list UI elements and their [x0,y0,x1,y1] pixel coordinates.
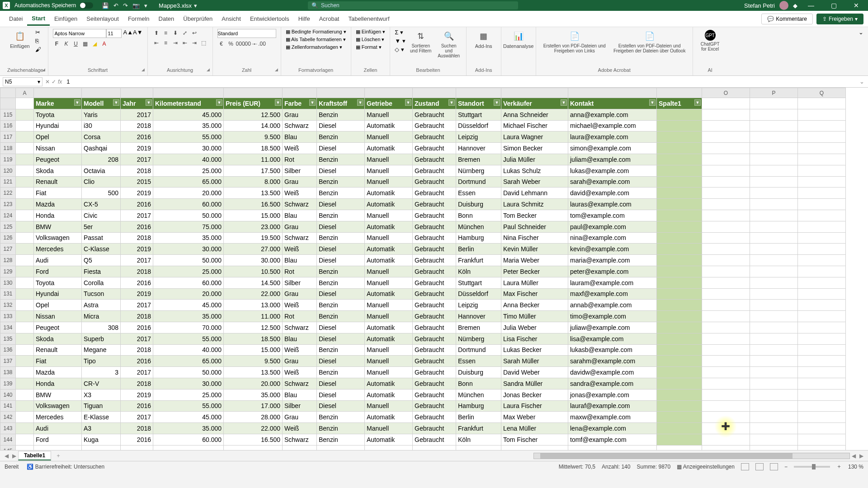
cell[interactable] [798,434,846,445]
cell[interactable]: 2017 [121,210,153,221]
cell[interactable]: 30.000 [153,244,224,255]
cell[interactable]: juliam@example.com [568,154,657,165]
cell[interactable]: 15.000 [224,210,283,221]
maximize-button[interactable]: ▢ [825,2,843,9]
fill-icon[interactable]: ▼ ▾ [395,38,405,44]
italic-button[interactable]: K [62,40,71,48]
cell[interactable]: Anna Schneider [501,109,568,120]
cell[interactable]: Gebraucht [413,311,456,322]
cell[interactable]: 30.000 [153,143,224,154]
cell[interactable] [657,333,702,344]
cell[interactable]: Diesel [317,322,365,333]
row-header[interactable]: 128 [0,255,16,266]
cell[interactable]: 13.000 [224,300,283,311]
filter-icon[interactable]: ▼ [275,99,281,106]
save-icon[interactable]: 💾 [102,2,109,9]
cell[interactable]: 35.000 [153,232,224,244]
cell[interactable]: 2018 [121,311,153,322]
cell[interactable] [657,210,702,221]
row-header[interactable]: 137 [0,356,16,367]
row-header[interactable]: 133 [0,311,16,322]
filter-icon[interactable]: ▼ [448,99,455,106]
cell[interactable]: Corsa [82,131,121,143]
cell[interactable] [657,165,702,176]
decrease-font-icon[interactable]: A▼ [133,29,143,38]
cell[interactable]: Rot [283,266,317,277]
cell[interactable]: Q5 [82,255,121,266]
border-button[interactable]: ▦ [81,40,90,48]
expand-formula-icon[interactable]: ⌄ [856,78,868,85]
cell[interactable]: tomf@example.com [568,434,657,445]
cell[interactable]: München [456,221,501,232]
cell[interactable] [16,356,34,367]
formula-input[interactable] [65,77,856,86]
cell[interactable]: Grau [283,176,317,188]
cell[interactable] [16,165,34,176]
cell[interactable] [750,389,798,400]
cell[interactable]: Duisburg [456,367,501,378]
column-header[interactable] [0,88,16,98]
cell[interactable]: 9.500 [224,131,283,143]
cell[interactable]: Maria Weber [501,255,568,266]
cell[interactable]: Weiß [283,300,317,311]
cell[interactable]: Gebraucht [413,255,456,266]
cell[interactable]: Mercedes [34,412,82,423]
cell[interactable] [750,300,798,311]
cell[interactable] [16,311,34,322]
table-header[interactable]: Spalte1▼ [657,98,702,109]
cell[interactable] [798,199,846,210]
cell[interactable]: paul@example.com [568,221,657,232]
cell[interactable]: Blau [283,389,317,400]
cell[interactable] [657,277,702,288]
cell[interactable] [657,367,702,378]
cell[interactable]: 13.500 [224,188,283,199]
filter-icon[interactable]: ▼ [494,99,500,106]
sheet-tab[interactable]: Tabelle1 [18,451,51,460]
doc-dropdown-icon[interactable]: ▾ [194,2,197,9]
cell[interactable]: Köln [456,266,501,277]
cell[interactable]: 70.000 [153,322,224,333]
cell[interactable]: Laura Wagner [501,131,568,143]
cell[interactable]: Peugeot [34,154,82,165]
cell[interactable]: Diesel [317,356,365,367]
font-size-combo[interactable] [106,29,122,38]
cell[interactable]: Manuell [365,210,413,221]
cell[interactable]: 308 [82,322,121,333]
cell[interactable] [16,266,34,277]
cell[interactable]: Diesel [317,333,365,344]
cell[interactable]: Schwarz [283,322,317,333]
row-header[interactable]: 135 [0,333,16,344]
tab-daten[interactable]: Daten [154,13,179,25]
tab-einfügen[interactable]: Einfügen [50,13,82,25]
cell[interactable]: Weiß [283,367,317,378]
scroll-right-icon[interactable]: ▶ [859,453,863,459]
data-analysis-button[interactable]: 📊Datenanalyse [506,29,531,50]
cell[interactable]: Sarah Weber [501,176,568,188]
cell[interactable]: Benzin [317,176,365,188]
spreadsheet-grid[interactable]: AOPQMarke▼Modell▼Jahr▼Kilometerstand▼Pre… [0,88,868,450]
cell[interactable]: 75.000 [153,221,224,232]
zoom-out-icon[interactable]: − [784,464,788,470]
cell[interactable] [750,154,798,165]
cell[interactable] [657,109,702,120]
cell[interactable]: lisa@example.com [568,333,657,344]
cell[interactable]: Manuell [365,154,413,165]
cell[interactable]: Peter Becker [501,266,568,277]
cell[interactable]: Grau [283,109,317,120]
cell[interactable]: Automatik [365,255,413,266]
cell[interactable]: Weiß [283,188,317,199]
cell[interactable] [657,300,702,311]
row-header[interactable]: 140 [0,389,16,400]
cell[interactable] [702,322,750,333]
cell[interactable]: 50.000 [153,210,224,221]
cell[interactable]: Manuell [365,400,413,412]
cell[interactable]: Hamburg [456,400,501,412]
cell[interactable] [657,244,702,255]
addins-button[interactable]: ▦Add-Ins [471,29,496,50]
cell[interactable]: Weiß [283,344,317,356]
cell[interactable]: Gebraucht [413,120,456,131]
tab-acrobat[interactable]: Acrobat [315,13,344,25]
cell[interactable]: Gebraucht [413,367,456,378]
cell[interactable] [750,344,798,356]
cell[interactable] [750,143,798,154]
